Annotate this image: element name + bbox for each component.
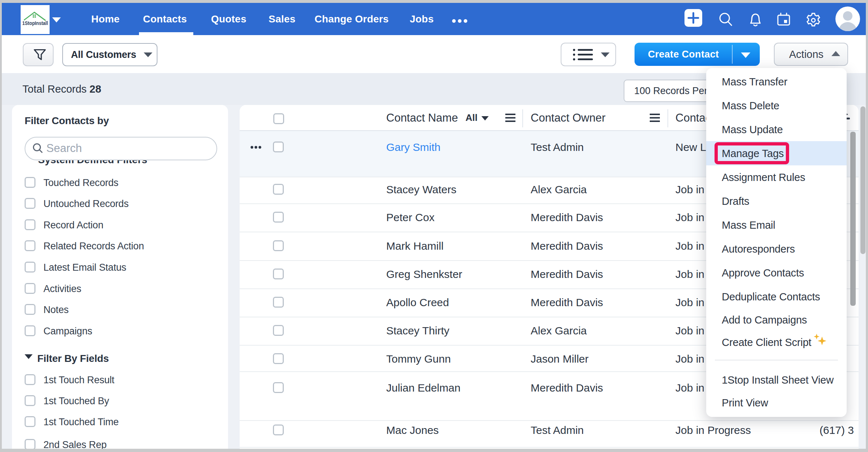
svg-text:1StopInstall: 1StopInstall — [22, 20, 48, 26]
